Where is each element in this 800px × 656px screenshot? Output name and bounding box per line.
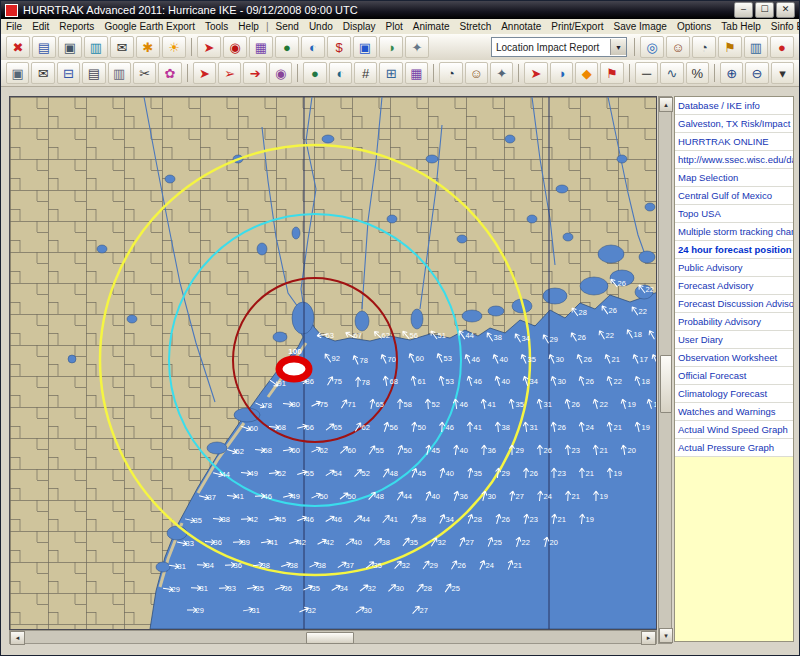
people-icon[interactable]: ☺ [666, 36, 690, 58]
hash-icon[interactable]: # [354, 62, 377, 84]
minimize-button[interactable]: – [734, 2, 753, 18]
zoom-in-icon[interactable]: ⊕ [720, 62, 743, 84]
menu-tab-help[interactable]: Tab Help [716, 21, 765, 32]
window-icon[interactable]: ▣ [58, 36, 82, 58]
track-arrow-3-icon[interactable]: ➔ [243, 62, 266, 84]
grid-icon[interactable]: ⊞ [379, 62, 402, 84]
globe-east-icon[interactable]: ◑ [550, 62, 573, 84]
film-icon[interactable]: ▦ [249, 36, 273, 58]
line-tool-icon[interactable]: ─ [635, 62, 658, 84]
dollar-icon[interactable]: $ [327, 36, 351, 58]
satellite-2-icon[interactable]: ✦ [490, 62, 513, 84]
map-horizontal-scrollbar[interactable]: ◂ ▸ [9, 630, 657, 644]
save-icon[interactable]: ⊟ [57, 62, 80, 84]
globe-blue-icon[interactable]: ◐ [301, 36, 325, 58]
storm-symbol[interactable] [279, 359, 309, 379]
title-bar[interactable]: HURRTRAK Advanced 2011: Hurricane IKE - … [1, 1, 799, 19]
map-view[interactable]: 2826226367625651443834292622181392787060… [9, 96, 657, 630]
copy-icon[interactable]: ▥ [108, 62, 131, 84]
menu-print-export[interactable]: Print/Export [546, 21, 608, 32]
track-arrow-icon[interactable]: ➤ [193, 62, 216, 84]
scroll-right-button[interactable]: ▸ [641, 631, 656, 645]
sidebar-item-actual-wind-speed-graph[interactable]: Actual Wind Speed Graph [675, 421, 793, 439]
chevron-down-icon[interactable]: ▼ [610, 39, 626, 55]
people-2-icon[interactable]: ☺ [465, 62, 488, 84]
red-arrow-icon[interactable]: ➤ [197, 36, 221, 58]
report-icon[interactable]: ▤ [32, 36, 56, 58]
clock-icon[interactable]: ◔ [692, 36, 716, 58]
maximize-button[interactable]: ☐ [755, 2, 774, 18]
chart-icon[interactable]: ▥ [84, 36, 108, 58]
globe-west-icon[interactable]: ◑ [379, 36, 403, 58]
swirl-icon[interactable]: ◉ [269, 62, 292, 84]
menu-sinfo-email[interactable]: Sinfo Email [766, 21, 800, 32]
satellite-icon[interactable]: ✦ [405, 36, 429, 58]
sidebar-item-watches-and-warnings[interactable]: Watches and Warnings [675, 403, 793, 421]
window-2-icon[interactable]: ▣ [6, 62, 29, 84]
film-2-icon[interactable]: ▦ [405, 62, 428, 84]
pin-icon[interactable]: ● [770, 36, 794, 58]
gear-icon[interactable]: ✱ [136, 36, 160, 58]
red-arrow-2-icon[interactable]: ➤ [524, 62, 547, 84]
globe-icon[interactable]: ● [303, 62, 326, 84]
sidebar-item-map-selection[interactable]: Map Selection [675, 169, 793, 187]
globe-half-icon[interactable]: ◐ [329, 62, 352, 84]
menu-reports[interactable]: Reports [54, 21, 99, 32]
scroll-up-button[interactable]: ▴ [659, 97, 673, 112]
menu-save-image[interactable]: Save Image [609, 21, 672, 32]
vertical-scroll-thumb[interactable] [660, 355, 672, 413]
sidebar-item-probability-advisory[interactable]: Probability Advisory [675, 313, 793, 331]
mail-icon[interactable]: ✉ [110, 36, 134, 58]
menu-display[interactable]: Display [338, 21, 381, 32]
wave-tool-icon[interactable]: ∿ [660, 62, 683, 84]
clock-2-icon[interactable]: ◔ [439, 62, 462, 84]
menu-stretch[interactable]: Stretch [455, 21, 497, 32]
palette-icon[interactable]: ✿ [158, 62, 181, 84]
radar-icon[interactable]: ◎ [640, 36, 664, 58]
menu-google-earth-export[interactable]: Google Earth Export [99, 21, 200, 32]
sidebar-item-database-ike-info[interactable]: Database / IKE info [675, 97, 793, 115]
sidebar-item-official-forecast[interactable]: Official Forecast [675, 367, 793, 385]
print-icon[interactable]: ▤ [82, 62, 105, 84]
scroll-left-button[interactable]: ◂ [10, 631, 25, 645]
sidebar-item-forecast-advisory[interactable]: Forecast Advisory [675, 277, 793, 295]
sidebar-item-topo-usa[interactable]: Topo USA [675, 205, 793, 223]
sidebar-item-climatology-forecast[interactable]: Climatology Forecast [675, 385, 793, 403]
menu-undo[interactable]: Undo [304, 21, 338, 32]
map-vertical-scrollbar[interactable]: ▴ ▾ [658, 96, 672, 644]
sidebar-item-observation-worksheet[interactable]: Observation Worksheet [675, 349, 793, 367]
mail-2-icon[interactable]: ✉ [31, 62, 54, 84]
sidebar-item-hurrtrak-online[interactable]: HURRTRAK ONLINE [675, 133, 793, 151]
pushpin-icon[interactable]: ⚑ [600, 62, 623, 84]
sidebar-item-24-hour-forecast-position[interactable]: 24 hour forecast position [675, 241, 793, 259]
zoom-out-icon[interactable]: ⊖ [745, 62, 768, 84]
sidebar-item-actual-pressure-graph[interactable]: Actual Pressure Graph [675, 439, 793, 457]
sidebar-item-user-diary[interactable]: User Diary [675, 331, 793, 349]
track-arrow-2-icon[interactable]: ➢ [218, 62, 241, 84]
sidebar-item-multiple-storm-tracking-chart[interactable]: Multiple storm tracking chart [675, 223, 793, 241]
menu-file[interactable]: File [1, 21, 27, 32]
diamond-icon[interactable]: ◆ [575, 62, 598, 84]
close-button[interactable]: ✕ [776, 2, 795, 18]
sun-icon[interactable]: ☀ [162, 36, 186, 58]
horizontal-scroll-thumb[interactable] [306, 632, 354, 644]
percent-icon[interactable]: % [686, 62, 709, 84]
menu-help[interactable]: Help [233, 21, 264, 32]
menu-edit[interactable]: Edit [27, 21, 54, 32]
sidebar-item-forecast-discussion-advisory[interactable]: Forecast Discussion Advisory [675, 295, 793, 313]
more-dropdown-icon[interactable]: ▾ [771, 62, 794, 84]
sidebar-item-public-advisory[interactable]: Public Advisory [675, 259, 793, 277]
location-impact-report-combo[interactable]: Location Impact Report▼ [491, 37, 627, 57]
flag-icon[interactable]: ⚑ [718, 36, 742, 58]
menu-animate[interactable]: Animate [408, 21, 455, 32]
menu-tools[interactable]: Tools [200, 21, 233, 32]
menu-plot[interactable]: Plot [381, 21, 408, 32]
cut-icon[interactable]: ✂ [133, 62, 156, 84]
screen-icon[interactable]: ▣ [353, 36, 377, 58]
chart-2-icon[interactable]: ▥ [744, 36, 768, 58]
menu-annotate[interactable]: Annotate [496, 21, 546, 32]
sidebar-item-galveston-tx-risk-impact[interactable]: Galveston, TX Risk/Impact [675, 115, 793, 133]
scroll-down-button[interactable]: ▾ [659, 628, 673, 643]
sidebar-item-http-www-ssec-wisc-edu-data-g8-lat[interactable]: http://www.ssec.wisc.edu/data/g8/lat [675, 151, 793, 169]
globe-green-icon[interactable]: ● [275, 36, 299, 58]
